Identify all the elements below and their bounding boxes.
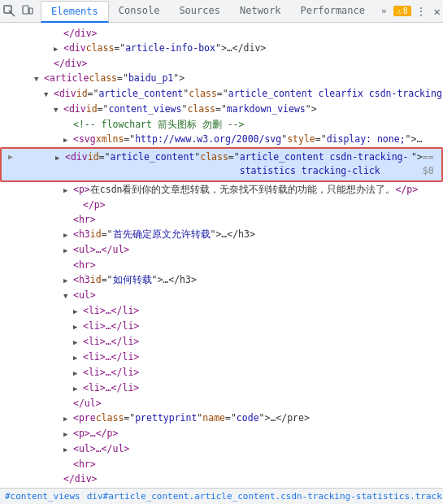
dom-line[interactable]: <ul> — [0, 288, 443, 303]
dom-line[interactable]: <h3 id="如何转载">…</h3> — [0, 272, 443, 288]
tab-performance[interactable]: Performance — [291, 0, 375, 23]
dom-line[interactable]: <div class="article-info-box">…</div> — [0, 41, 443, 56]
tab-sources-label: Sources — [179, 5, 220, 16]
tab-sources[interactable]: Sources — [169, 0, 230, 23]
tab-console[interactable]: Console — [109, 0, 170, 23]
devtools-toolbar: Elements Console Sources Network Perform… — [0, 0, 443, 23]
tab-performance-label: Performance — [301, 5, 365, 16]
toolbar-right: ⚠ 8 ⋮ ✕ — [393, 5, 443, 18]
close-icon[interactable]: ✕ — [431, 5, 443, 18]
more-tabs-button[interactable]: » — [375, 0, 393, 23]
tab-elements-label: Elements — [51, 6, 98, 17]
dom-line[interactable]: </div> — [0, 56, 443, 71]
breadcrumb-content-views[interactable]: #content_views — [5, 491, 80, 502]
tab-console-label: Console — [119, 5, 160, 16]
svg-rect-3 — [29, 8, 33, 14]
dom-line[interactable]: <hr> — [0, 212, 443, 227]
tabs-bar: Elements Console Sources Network Perform… — [41, 0, 393, 23]
inspect-element-icon[interactable] — [3, 5, 16, 18]
warning-icon: ⚠ — [397, 7, 402, 15]
dom-line[interactable]: </ul> — [0, 396, 443, 411]
dom-line[interactable]: </div> — [0, 471, 443, 486]
dom-line[interactable]: </div> — [0, 26, 443, 41]
dom-line[interactable]: <article class="baidu_p1"> — [0, 71, 443, 86]
status-bar: #content_views div#article_content.artic… — [0, 488, 443, 504]
tab-network-label: Network — [240, 5, 281, 16]
dom-line[interactable]: <ul>…</ul> — [0, 242, 443, 258]
settings-icon[interactable]: ⋮ — [415, 5, 428, 18]
dom-line[interactable]: <pre class="prettyprint" name="code">…</… — [0, 411, 443, 426]
dom-line[interactable]: <li>…</li> — [0, 350, 443, 365]
warning-badge[interactable]: ⚠ 8 — [393, 6, 411, 16]
dom-line[interactable]: <li>…</li> — [0, 319, 443, 334]
dom-line[interactable]: <hr> — [0, 258, 443, 272]
toolbar-icons — [3, 5, 34, 18]
dom-line[interactable]: <li>…</li> — [0, 365, 443, 380]
elements-panel: </div> <div class="article-info-box">…</… — [0, 23, 443, 488]
selected-dom-line[interactable]: ▶ <div id="article_content" class="artic… — [0, 147, 443, 182]
dom-tree[interactable]: </div> <div class="article-info-box">…</… — [0, 23, 443, 488]
dom-line[interactable]: <p>在csdn看到你的文章想转载，无奈找不到转载的功能，只能想办法了。</p> — [0, 182, 443, 198]
dom-line[interactable]: <svg xmlns="http://www.w3.org/2000/svg" … — [0, 132, 443, 147]
dom-line[interactable]: <div id="content_views" class="markdown_… — [0, 102, 443, 117]
dom-line[interactable]: </p> — [0, 198, 443, 212]
dom-line[interactable]: <div id="article_content" class="article… — [0, 86, 443, 102]
breadcrumb-article-content[interactable]: div#article_content.article_content.csdn… — [87, 491, 443, 502]
dom-line[interactable]: <h3 id="首先确定原文允许转载">…</h3> — [0, 227, 443, 242]
dom-line[interactable]: <li>…</li> — [0, 303, 443, 319]
dom-line[interactable]: <li>…</li> — [0, 380, 443, 396]
dom-line[interactable]: <p>…</p> — [0, 426, 443, 441]
tab-elements[interactable]: Elements — [41, 1, 109, 23]
dom-line[interactable]: <li>…</li> — [0, 334, 443, 350]
svg-rect-2 — [23, 6, 28, 14]
dom-line[interactable]: <!-- flowchart 箭头图标 勿删 --> — [0, 117, 443, 132]
dom-line[interactable]: <ul>…</ul> — [0, 441, 443, 457]
dom-line[interactable]: <pre class="prettyprint">…</pre> — [0, 486, 443, 489]
warning-count: 8 — [403, 7, 408, 15]
device-toolbar-icon[interactable] — [21, 5, 34, 18]
tab-network[interactable]: Network — [230, 0, 291, 23]
dom-line[interactable]: <hr> — [0, 457, 443, 471]
